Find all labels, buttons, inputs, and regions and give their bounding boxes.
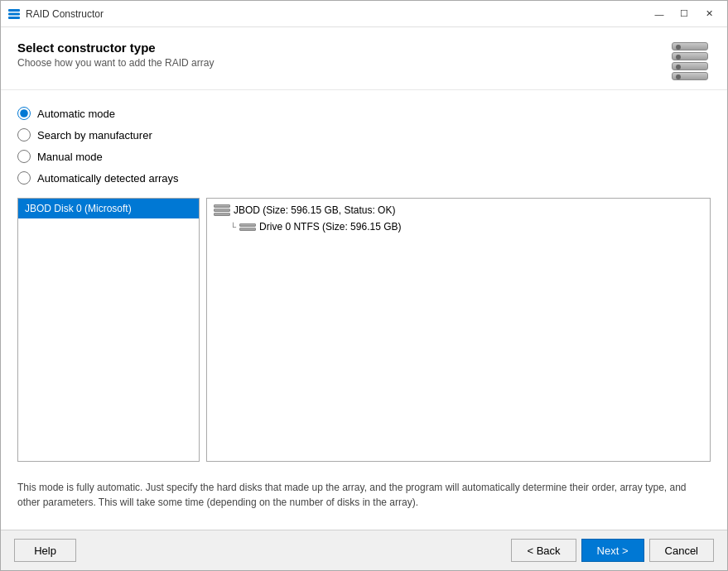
svg-rect-1 (8, 12, 20, 15)
right-panel[interactable]: JBOD (Size: 596.15 GB, Status: OK) └ Dri… (206, 198, 711, 462)
radio-manual[interactable]: Manual mode (17, 150, 711, 163)
tree-item-drive-label: Drive 0 NTFS (Size: 596.15 GB) (259, 221, 401, 233)
drive-icon (239, 223, 256, 231)
disk-stack-icon (672, 42, 708, 80)
page-title: Select constructor type (17, 41, 214, 55)
help-button[interactable]: Help (14, 539, 76, 562)
radio-manufacturer[interactable]: Search by manufacturer (17, 128, 711, 142)
radio-manual-input[interactable] (17, 150, 31, 163)
list-item-label: JBOD Disk 0 (Microsoft) (25, 203, 132, 214)
description-text: This mode is fully automatic. Just speci… (17, 472, 711, 521)
list-item[interactable]: JBOD Disk 0 (Microsoft) (18, 199, 199, 218)
tree-item-jbod[interactable]: JBOD (Size: 596.15 GB, Status: OK) (207, 202, 710, 218)
tree-item-jbod-label: JBOD (Size: 596.15 GB, Status: OK) (234, 204, 395, 216)
minimize-button[interactable]: — (648, 6, 671, 22)
app-icon (7, 7, 21, 21)
page-header: Select constructor type Choose how you w… (1, 27, 727, 90)
page-subtitle: Choose how you want to add the RAID arra… (17, 57, 214, 69)
next-button[interactable]: Next > (581, 539, 644, 562)
radio-automatic[interactable]: Automatic mode (17, 107, 711, 120)
maximize-button[interactable]: ☐ (673, 6, 696, 22)
close-button[interactable]: ✕ (697, 6, 721, 22)
window-title: RAID Constructor (26, 8, 648, 20)
radio-group: Automatic mode Search by manufacturer Ma… (17, 107, 711, 185)
svg-rect-2 (8, 17, 20, 19)
disk-layer-4 (672, 72, 708, 80)
cancel-button[interactable]: Cancel (649, 539, 714, 562)
radio-manufacturer-input[interactable] (17, 128, 31, 142)
header-text: Select constructor type Choose how you w… (17, 41, 214, 69)
footer-left: Help (14, 539, 76, 562)
radio-manufacturer-label: Search by manufacturer (37, 129, 152, 142)
window-controls: — ☐ ✕ (648, 6, 721, 22)
radio-automatic-input[interactable] (17, 107, 31, 120)
disk-icon (214, 204, 230, 216)
disk-layer-1 (672, 42, 708, 50)
footer: Help < Back Next > Cancel (1, 530, 727, 570)
main-window: RAID Constructor — ☐ ✕ Select constructo… (0, 0, 728, 571)
back-button[interactable]: < Back (511, 539, 576, 562)
title-bar: RAID Constructor — ☐ ✕ (1, 1, 727, 27)
left-panel[interactable]: JBOD Disk 0 (Microsoft) (17, 198, 200, 462)
svg-rect-0 (8, 9, 20, 12)
content-area: Select constructor type Choose how you w… (1, 27, 727, 570)
header-icon (669, 42, 711, 79)
disk-layer-3 (672, 62, 708, 70)
radio-automatic-label: Automatic mode (37, 108, 115, 120)
radio-manual-label: Manual mode (37, 151, 103, 163)
panels-container: JBOD Disk 0 (Microsoft) JBOD (Size: 596.… (17, 198, 711, 462)
radio-detected[interactable]: Automatically detected arrays (17, 171, 711, 185)
footer-right: < Back Next > Cancel (511, 539, 714, 562)
tree-item-drive[interactable]: └ Drive 0 NTFS (Size: 596.15 GB) (207, 218, 710, 235)
disk-layer-2 (672, 52, 708, 60)
radio-detected-input[interactable] (17, 171, 31, 185)
tree-connector-icon: └ (230, 223, 236, 232)
main-area: Automatic mode Search by manufacturer Ma… (1, 90, 727, 530)
radio-detected-label: Automatically detected arrays (37, 172, 179, 185)
